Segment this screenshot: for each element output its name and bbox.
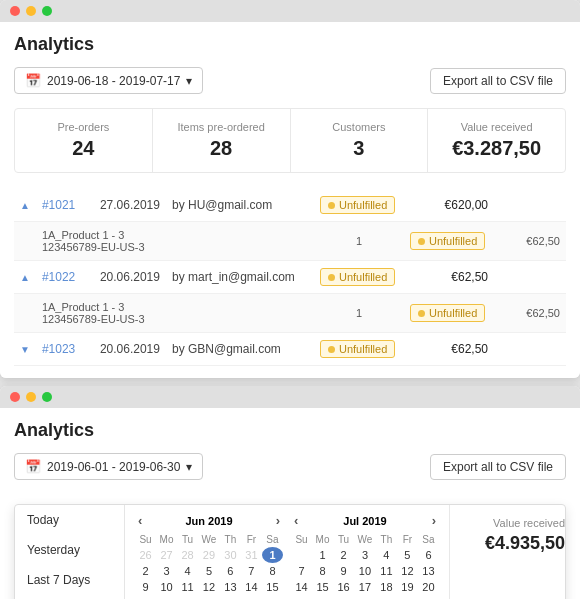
preset-item[interactable]: Yesterday [15,535,124,565]
calendar-day[interactable]: 27 [156,547,177,563]
order-badge: Unfulfilled [314,261,404,294]
calendar-day[interactable]: 25 [376,595,397,599]
calendar-day[interactable]: 12 [198,579,220,595]
calendar-day[interactable]: 14 [291,579,312,595]
preset-item[interactable]: Today [15,505,124,535]
calendar-day[interactable]: 14 [241,579,262,595]
table-row[interactable]: ▲ #1022 20.06.2019 by mart_in@gmail.com … [14,261,566,294]
calendar-day[interactable]: 13 [220,579,241,595]
value-received-value-2: €4.935,50 [485,533,565,554]
calendar-day[interactable]: 2 [135,563,156,579]
close-dot[interactable] [10,6,20,16]
calendar-day[interactable]: 23 [333,595,354,599]
calendar-day[interactable]: 15 [262,579,283,595]
chevron-down-icon-2: ▾ [186,460,192,474]
calendar-day[interactable]: 3 [354,547,376,563]
value-panel: Value received €4.935,50 [449,505,566,599]
second-top: Analytics 📅 2019-06-01 - 2019-06-30 ▾ Ex… [0,408,580,504]
calendar-day[interactable]: 5 [198,563,220,579]
calendar-day[interactable]: 10 [156,579,177,595]
calendar-day[interactable]: 4 [376,547,397,563]
product-qty: 1 [314,222,404,261]
calendar-day[interactable]: 5 [397,547,418,563]
calendar-day[interactable]: 26 [135,547,156,563]
calendar-day[interactable]: 21 [291,595,312,599]
calendar-day[interactable]: 15 [312,579,333,595]
close-dot-2[interactable] [10,392,20,402]
calendar-day[interactable]: 24 [354,595,376,599]
date-range-picker-2[interactable]: 📅 2019-06-01 - 2019-06-30 ▾ [14,453,203,480]
calendar-day[interactable]: 6 [220,563,241,579]
calendar-day[interactable]: 8 [262,563,283,579]
calendar-day[interactable]: 16 [135,595,156,599]
stat-customers-value: 3 [301,137,418,160]
date-dropdown-panel: TodayYesterdayLast 7 DaysLast 30 DaysThi… [14,504,566,599]
calendar-day[interactable]: 7 [241,563,262,579]
calendar-day[interactable]: 29 [198,547,220,563]
calendar-day[interactable]: 31 [241,547,262,563]
calendar-day[interactable]: 16 [333,579,354,595]
order-id[interactable]: #1022 [36,261,94,294]
order-id[interactable]: #1023 [36,333,94,366]
weekday-header: Th [220,532,241,547]
calendar-day[interactable]: 27 [418,595,439,599]
calendar-day[interactable]: 1 [312,547,333,563]
calendar-day[interactable]: 4 [177,563,198,579]
table-row[interactable]: ▼ #1023 20.06.2019 by GBN@gmail.com Unfu… [14,333,566,366]
calendar-day[interactable]: 21 [241,595,262,599]
cal-prev-icon[interactable]: ‹ [291,513,301,528]
cal-prev-icon[interactable]: ‹ [135,513,145,528]
calendar-day[interactable]: 12 [397,563,418,579]
calendar-day[interactable]: 17 [156,595,177,599]
calendar-day[interactable]: 7 [291,563,312,579]
calendar-header: ‹ Jun 2019 › [135,513,283,528]
date-range-picker-1[interactable]: 📅 2019-06-18 - 2019-07-17 ▾ [14,67,203,94]
order-id[interactable]: #1021 [36,189,94,222]
maximize-dot[interactable] [42,6,52,16]
calendar-day[interactable]: 6 [418,547,439,563]
calendar-day[interactable]: 8 [312,563,333,579]
export-button-1[interactable]: Export all to CSV file [430,68,566,94]
calendar-day[interactable]: 20 [220,595,241,599]
calendar-day[interactable]: 1 [262,547,283,563]
calendar-day[interactable]: 18 [177,595,198,599]
calendars-area: ‹ Jun 2019 › SuMoTuWeThFrSa2627282930311… [125,505,449,599]
product-name: 1A_Product 1 - 3 123456789-EU-US-3 [36,222,166,261]
calendar-day[interactable]: 9 [135,579,156,595]
maximize-dot-2[interactable] [42,392,52,402]
calendar-day[interactable]: 18 [376,579,397,595]
calendar-day[interactable]: 2 [333,547,354,563]
weekday-header: Mo [312,532,333,547]
calendar-day[interactable]: 19 [198,595,220,599]
window1-content: Analytics 📅 2019-06-18 - 2019-07-17 ▾ Ex… [0,22,580,378]
calendar-day[interactable]: 28 [177,547,198,563]
calendar-day[interactable]: 19 [397,579,418,595]
calendar-day[interactable]: 22 [312,595,333,599]
window-1: Analytics 📅 2019-06-18 - 2019-07-17 ▾ Ex… [0,0,580,378]
calendar-day[interactable]: 13 [418,563,439,579]
calendar-day[interactable]: 30 [220,547,241,563]
table-row[interactable]: ▲ #1021 27.06.2019 by HU@gmail.com Unful… [14,189,566,222]
weekday-header: Th [376,532,397,547]
preset-item[interactable]: Last 30 Days [15,595,124,599]
expand-icon[interactable]: ▲ [14,189,36,222]
cal-next-icon[interactable]: › [273,513,283,528]
calendar-day[interactable]: 22 [262,595,283,599]
preset-item[interactable]: Last 7 Days [15,565,124,595]
calendar-day[interactable]: 26 [397,595,418,599]
calendar-day[interactable]: 17 [354,579,376,595]
calendar-day[interactable]: 20 [418,579,439,595]
calendar-day[interactable]: 10 [354,563,376,579]
minimize-dot-2[interactable] [26,392,36,402]
calendar-day[interactable]: 11 [177,579,198,595]
calendar-day[interactable]: 3 [156,563,177,579]
weekday-header: Fr [397,532,418,547]
calendar-day[interactable]: 9 [333,563,354,579]
expand-icon[interactable]: ▼ [14,333,36,366]
order-date: 20.06.2019 [94,333,166,366]
minimize-dot[interactable] [26,6,36,16]
cal-next-icon[interactable]: › [429,513,439,528]
export-button-2[interactable]: Export all to CSV file [430,454,566,480]
expand-icon[interactable]: ▲ [14,261,36,294]
calendar-day[interactable]: 11 [376,563,397,579]
